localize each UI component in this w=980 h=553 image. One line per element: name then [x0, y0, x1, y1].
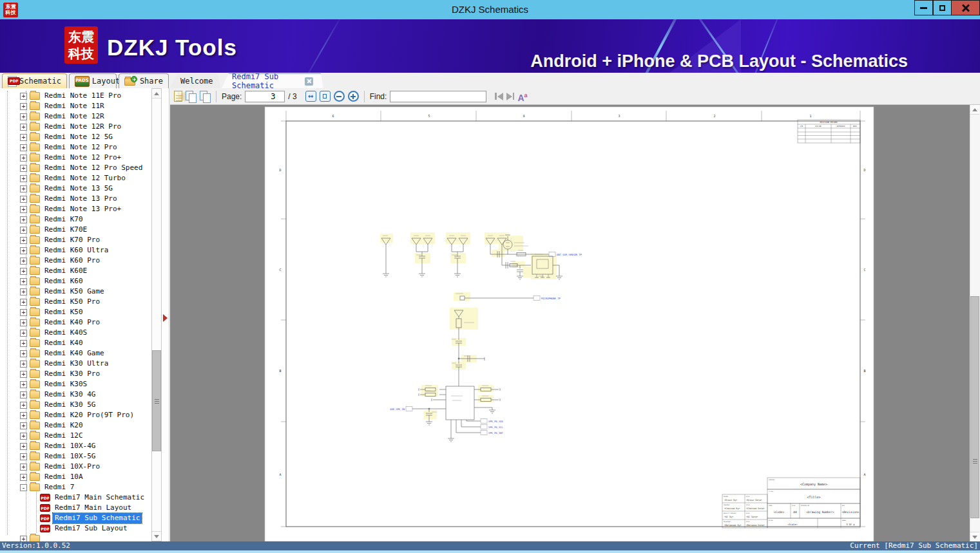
- tree-item-doc[interactable]: PDFRedmi7 Main Layout: [0, 503, 152, 513]
- tree-item-label[interactable]: Redmi K70E: [43, 225, 89, 235]
- scroll-up-icon[interactable]: [970, 105, 979, 115]
- tree-item-doc[interactable]: PDFRedmi7 Sub Layout: [0, 523, 152, 534]
- tree-item-folder[interactable]: +Redmi K60 Ultra: [0, 245, 152, 256]
- expand-icon[interactable]: +: [20, 453, 27, 460]
- tree-item-label[interactable]: Redmi Note 12 Pro Speed: [43, 163, 144, 173]
- collapse-icon[interactable]: -: [20, 484, 27, 491]
- tree-item-label[interactable]: Redmi K70 Pro: [43, 235, 102, 245]
- expand-icon[interactable]: +: [20, 237, 27, 244]
- tree-item-folder[interactable]: +Redmi K50: [0, 307, 152, 317]
- expand-icon[interactable]: +: [20, 361, 27, 368]
- scroll-down-icon[interactable]: [970, 532, 979, 541]
- tree-item-folder[interactable]: +Redmi K30 4G: [0, 389, 152, 400]
- expand-icon[interactable]: +: [20, 412, 27, 419]
- tree-item-label[interactable]: Redmi K40: [43, 338, 85, 348]
- tree-item-label[interactable]: Redmi Note 13 Pro: [43, 194, 119, 204]
- expand-icon[interactable]: +: [20, 464, 27, 471]
- tree-item-folder[interactable]: +Redmi 10X-4G: [0, 441, 152, 451]
- tree-item-folder[interactable]: +Redmi K70: [0, 214, 152, 225]
- tree-item-folder[interactable]: +Redmi K20 Pro(9T Pro): [0, 410, 152, 420]
- expand-icon[interactable]: +: [20, 216, 27, 223]
- expand-icon[interactable]: +: [20, 134, 27, 141]
- next-page-icon[interactable]: [178, 91, 186, 102]
- tree-item-folder[interactable]: +Redmi Note 12R: [0, 111, 152, 122]
- minimize-button[interactable]: [914, 0, 933, 15]
- tree-item-label[interactable]: Redmi K60 Ultra: [43, 245, 110, 256]
- tree-item-label[interactable]: Redmi K40 Pro: [43, 317, 102, 328]
- page-number-input[interactable]: [245, 91, 285, 102]
- tab-layout[interactable]: PADS Layout: [69, 73, 117, 88]
- tree-item-folder[interactable]: +Redmi Note 12 Pro Speed: [0, 163, 152, 173]
- expand-icon[interactable]: +: [20, 422, 27, 429]
- tree-item-doc[interactable]: PDFRedmi7 Main Schematic: [0, 492, 152, 503]
- tree-item-label[interactable]: Redmi7 Main Layout: [53, 503, 133, 513]
- tree-item-label[interactable]: Redmi7 Sub Layout: [53, 523, 130, 534]
- expand-icon[interactable]: +: [20, 402, 27, 409]
- tree-item-label[interactable]: Redmi K30S: [43, 379, 89, 389]
- tree-item-label[interactable]: Redmi K50: [43, 307, 85, 317]
- scroll-down-icon[interactable]: [152, 531, 161, 541]
- find-previous-icon[interactable]: [495, 93, 503, 100]
- tree-item-folder[interactable]: +Redmi K30 5G: [0, 400, 152, 410]
- tree-item-label[interactable]: Redmi Note 12 5G: [43, 132, 115, 142]
- tree-item-label[interactable]: Redmi K40S: [43, 328, 89, 338]
- tree-item-folder[interactable]: +Redmi K20: [0, 420, 152, 431]
- tree-item-folder[interactable]: +Redmi 10X-Pro: [0, 462, 152, 472]
- expand-icon[interactable]: +: [20, 319, 27, 326]
- tree-item-label[interactable]: Redmi Note 12 Pro+: [43, 153, 123, 163]
- tree-item-folder[interactable]: +Redmi K40: [0, 338, 152, 348]
- schematic-viewport[interactable]: 654321DDCCBBAA REVISION RECORD LTR ECO N…: [170, 105, 980, 541]
- expand-icon[interactable]: +: [20, 391, 27, 398]
- tree-item-folder[interactable]: +Redmi Note 13 Pro: [0, 194, 152, 204]
- tree-item-folder[interactable]: +Redmi K50 Game: [0, 286, 152, 297]
- tree-item-folder[interactable]: +Redmi Note 12R Pro: [0, 122, 152, 132]
- expand-icon[interactable]: +: [20, 247, 27, 254]
- expand-icon[interactable]: +: [20, 350, 27, 357]
- tree-item-folder[interactable]: +Redmi Note 12 Pro+: [0, 153, 152, 163]
- tree-item-folder[interactable]: +Redmi K70E: [0, 225, 152, 235]
- expand-icon[interactable]: +: [20, 433, 27, 440]
- close-button[interactable]: [952, 0, 980, 15]
- expand-icon[interactable]: +: [20, 155, 27, 162]
- tree-item-folder-open[interactable]: -Redmi 7: [0, 482, 152, 492]
- tree-item-label[interactable]: Redmi K20 Pro(9T Pro): [43, 410, 136, 420]
- tree-item-folder[interactable]: +Redmi K30 Ultra: [0, 359, 152, 369]
- tree-item-label[interactable]: Redmi K30 5G: [43, 400, 97, 410]
- scroll-up-icon[interactable]: [152, 89, 161, 98]
- tab-close-icon[interactable]: [305, 77, 313, 86]
- tree-item-folder[interactable]: +Redmi K60: [0, 276, 152, 286]
- tree-item-folder[interactable]: +Redmi 10A: [0, 472, 152, 482]
- tree-item-label[interactable]: Redmi Note 12R Pro: [43, 122, 123, 132]
- tree-item-folder[interactable]: +Redmi Note 12 Pro: [0, 142, 152, 153]
- copy-page-icon[interactable]: [186, 91, 197, 102]
- expand-icon[interactable]: +: [20, 288, 27, 295]
- tree-item-folder[interactable]: +Redmi K50 Pro: [0, 297, 152, 307]
- tree-item-label[interactable]: Redmi K60 Pro: [43, 256, 102, 266]
- tree-item-folder[interactable]: +Redmi K60 Pro: [0, 256, 152, 266]
- match-case-icon[interactable]: Aa: [517, 91, 527, 102]
- tree-item-label[interactable]: Redmi 12C: [43, 431, 85, 441]
- maximize-button[interactable]: [933, 0, 952, 15]
- tree-item-folder[interactable]: +Redmi K40 Game: [0, 348, 152, 359]
- tree-item-folder[interactable]: +Redmi Note 13 Pro+: [0, 204, 152, 214]
- tree-item-label[interactable]: Redmi 10X-Pro: [43, 462, 102, 472]
- find-input[interactable]: [390, 91, 486, 102]
- tree-item-label[interactable]: Redmi K60E: [43, 266, 89, 276]
- doc-tab-redmi7-sub-schematic[interactable]: Redmi7 Sub Schematic: [222, 73, 323, 88]
- tree-item-label[interactable]: Redmi K50 Game: [43, 286, 106, 297]
- tree-item-folder[interactable]: +Redmi Note 13 5G: [0, 183, 152, 194]
- tree-item-label[interactable]: Redmi K70: [43, 214, 85, 225]
- tree-item-label[interactable]: Redmi 10X-4G: [43, 441, 97, 451]
- tree-item-label[interactable]: Redmi Note 13 Pro+: [43, 204, 123, 214]
- tree-item-label[interactable]: Redmi7 Main Schematic: [53, 492, 146, 503]
- tab-share[interactable]: Share: [119, 73, 169, 88]
- tree-item-label[interactable]: Redmi K20: [43, 420, 85, 431]
- tree-item-label[interactable]: Redmi Note 12R: [43, 111, 106, 122]
- expand-icon[interactable]: +: [20, 196, 27, 203]
- copy-region-icon[interactable]: [200, 91, 211, 102]
- expand-icon[interactable]: +: [20, 268, 27, 275]
- tree-item-folder[interactable]: +Redmi Note 11E Pro: [0, 91, 152, 101]
- expand-icon[interactable]: +: [20, 206, 27, 213]
- model-tree[interactable]: +Redmi Note 11E Pro+Redmi Note 11R+Redmi…: [0, 91, 152, 541]
- tree-item-label[interactable]: Redmi Note 11R: [43, 101, 106, 111]
